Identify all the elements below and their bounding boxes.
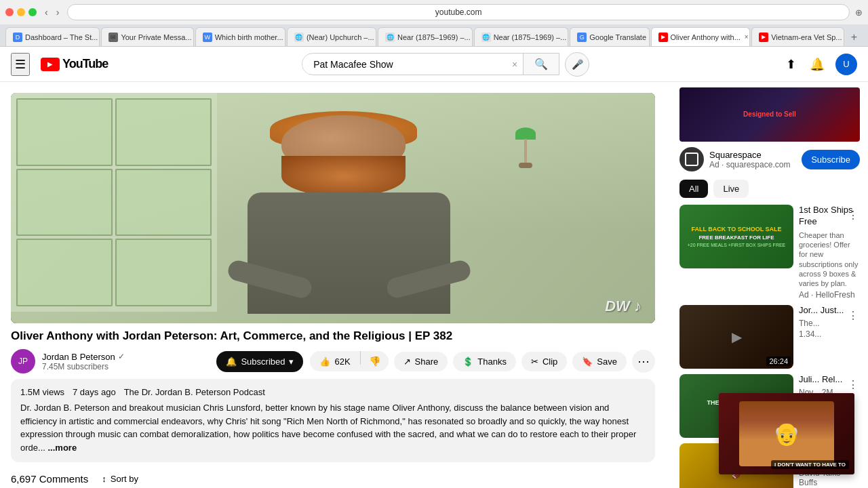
description-box[interactable]: 1.5M views 7 days ago The Dr. Jordan B. … bbox=[11, 379, 655, 462]
tab-near-1875a[interactable]: 🌐 Near (1875–1969) –... bbox=[378, 27, 473, 46]
bell-icon: 🔔 bbox=[226, 357, 237, 367]
video-thumbnail: ▶ 26:24 bbox=[679, 305, 793, 369]
header-actions: ⬆ 🔔 U bbox=[783, 54, 857, 75]
tab-birth-mother[interactable]: W Which birth mother... bbox=[195, 27, 285, 46]
save-button[interactable]: 🔖 Save bbox=[572, 352, 627, 371]
tab-favicon: ▶ bbox=[759, 33, 768, 42]
person-body bbox=[248, 192, 450, 314]
save-label: Save bbox=[597, 357, 617, 367]
tab-favicon: 🌐 bbox=[481, 33, 491, 42]
video-options-button[interactable]: ⋮ bbox=[846, 308, 860, 323]
ad-banner-image: Designed to Sell bbox=[679, 87, 860, 142]
tab-dashboard[interactable]: D Dashboard – The St... bbox=[5, 27, 100, 46]
tab-label: Near (1875–1969) –... bbox=[397, 33, 471, 41]
save-icon: 🔖 bbox=[582, 357, 593, 367]
subscribe-button[interactable]: 🔔 Subscribed ▾ bbox=[216, 351, 303, 372]
forward-button[interactable]: › bbox=[54, 5, 62, 19]
browser-toolbar: ‹ › youtube.com ⊕ bbox=[0, 0, 868, 24]
floating-video-content: 👴 I DON'T WANT TO HAVE TO bbox=[719, 393, 854, 474]
tab-private-messages[interactable]: ✉ Your Private Messa... bbox=[101, 27, 193, 46]
tab-vietnam[interactable]: ▶ Vietnam-era Vet Sp... bbox=[751, 27, 844, 46]
more-options-button[interactable]: ⋯ bbox=[632, 350, 655, 373]
search-area: × 🔍 🎤 bbox=[108, 52, 783, 77]
user-avatar[interactable]: U bbox=[835, 54, 857, 75]
comments-count: 6,697 Comments bbox=[11, 473, 88, 485]
channel-name-text: Jordan B Peterson bbox=[42, 352, 115, 362]
ad-channel-info: Squarespace Ad · squarespace.com bbox=[709, 150, 796, 169]
tab-label: Dashboard – The St... bbox=[25, 33, 98, 41]
search-button[interactable]: 🔍 bbox=[523, 54, 559, 75]
tab-label: Vietnam-era Vet Sp... bbox=[771, 33, 842, 41]
sidebar-video-hellofresh[interactable]: FALL BACK TO SCHOOL SALE FREE BREAKFAST … bbox=[679, 205, 860, 300]
window-pane bbox=[115, 169, 212, 237]
channel-avatar[interactable]: JP bbox=[11, 349, 35, 373]
browser-chrome: ‹ › youtube.com ⊕ D Dashboard – The St..… bbox=[0, 0, 868, 47]
view-count: 1.5M views bbox=[20, 387, 64, 397]
new-tab-button[interactable]: + bbox=[846, 28, 863, 46]
url-bar[interactable]: youtube.com bbox=[67, 4, 850, 20]
person-right-arm bbox=[384, 258, 472, 300]
tab-oliver-anthony[interactable]: ▶ Oliver Anthony with... × bbox=[651, 27, 751, 46]
window-pane bbox=[115, 239, 212, 306]
video-options-button[interactable]: ⋮ bbox=[846, 207, 860, 223]
video-title: Oliver Anthony with Jordan Peterson: Art… bbox=[11, 329, 655, 344]
search-input[interactable] bbox=[302, 55, 507, 74]
ad-banner-text: Designed to Sell bbox=[743, 109, 796, 120]
main-content: DW ♪ Oliver Anthony with Jordan Peterson… bbox=[0, 82, 671, 488]
tab-favicon: G bbox=[577, 33, 587, 42]
browser-window-controls bbox=[5, 8, 37, 16]
ad-domain: Ad · squarespace.com bbox=[709, 160, 796, 169]
notifications-button[interactable]: 🔔 bbox=[807, 54, 827, 75]
nav-buttons: ‹ › bbox=[42, 5, 62, 19]
video-player[interactable]: DW ♪ bbox=[11, 93, 655, 323]
youtube-logo[interactable]: YouTube bbox=[41, 57, 108, 71]
window-maximize-btn[interactable] bbox=[28, 8, 37, 16]
person-left-arm bbox=[226, 258, 314, 300]
menu-button[interactable]: ☰ bbox=[11, 53, 30, 76]
description-more-button[interactable]: ...more bbox=[47, 443, 77, 453]
tab-upchurch[interactable]: 🌐 (Near) Upchurch –... bbox=[287, 27, 376, 46]
search-clear-button[interactable]: × bbox=[507, 56, 523, 73]
sort-comments-button[interactable]: ↕ Sort by bbox=[102, 474, 138, 484]
thanks-button[interactable]: 💲 Thanks bbox=[453, 352, 516, 371]
sort-label: Sort by bbox=[111, 474, 138, 484]
ad-thumb-subtext: FREE BREAKFAST FOR LIFE bbox=[698, 235, 774, 241]
back-button[interactable]: ‹ bbox=[42, 5, 51, 19]
person-beard bbox=[281, 156, 406, 197]
chip-live[interactable]: Live bbox=[713, 180, 749, 198]
sidebar-video-jocko[interactable]: ▶ 26:24 Jor... Just... The... 1.34... ⋮ bbox=[679, 305, 860, 369]
tab-favicon: D bbox=[13, 33, 22, 42]
tab-favicon: W bbox=[203, 33, 212, 42]
clip-button[interactable]: ✂ Clip bbox=[521, 352, 567, 371]
floating-video-overlay[interactable]: 👴 I DON'T WANT TO HAVE TO bbox=[719, 393, 854, 474]
tab-favicon: ✉ bbox=[108, 33, 118, 42]
ad-subscribe-button[interactable]: Subscribe bbox=[802, 150, 860, 169]
upload-button[interactable]: ⬆ bbox=[783, 54, 799, 75]
subscriber-count: 7.45M subscribers bbox=[42, 362, 210, 371]
chevron-down-icon: ▾ bbox=[289, 357, 294, 367]
video-options-button[interactable]: ⋮ bbox=[846, 377, 860, 392]
tab-label: Google Translate bbox=[589, 33, 646, 41]
tab-close-icon[interactable]: × bbox=[745, 33, 749, 41]
tab-near-1875b[interactable]: 🌐 Near (1875–1969) –... bbox=[474, 27, 569, 46]
like-button[interactable]: 👍 62K bbox=[310, 351, 359, 371]
person-arms bbox=[227, 266, 471, 302]
subscribe-label: Subscribed bbox=[241, 357, 285, 367]
squarespace-logo bbox=[685, 152, 698, 166]
voice-search-button[interactable]: 🎤 bbox=[565, 52, 589, 77]
video-duration: 26:24 bbox=[766, 357, 791, 366]
description-content: Dr. Jordan B. Peterson and breakout musi… bbox=[20, 403, 636, 453]
share-button[interactable]: ↗ Share bbox=[394, 352, 448, 371]
upload-time: 7 days ago bbox=[73, 387, 116, 397]
window-pane bbox=[16, 169, 113, 237]
dislike-button[interactable]: 👎 bbox=[361, 351, 389, 371]
ad-channel-name: Squarespace bbox=[709, 150, 796, 160]
window-minimize-btn[interactable] bbox=[17, 8, 25, 16]
tab-google-translate[interactable]: G Google Translate bbox=[570, 27, 649, 46]
browser-action-icon[interactable]: ⊕ bbox=[855, 7, 863, 18]
window-close-btn[interactable] bbox=[5, 8, 14, 16]
chip-all[interactable]: All bbox=[679, 180, 708, 198]
ad-thumb-detail: +20 FREE MEALS +FIRST BOX SHIPS FREE bbox=[688, 243, 786, 247]
channel-info: Jordan B Peterson ✓ 7.45M subscribers bbox=[42, 352, 210, 371]
like-icon: 👍 bbox=[319, 357, 330, 367]
